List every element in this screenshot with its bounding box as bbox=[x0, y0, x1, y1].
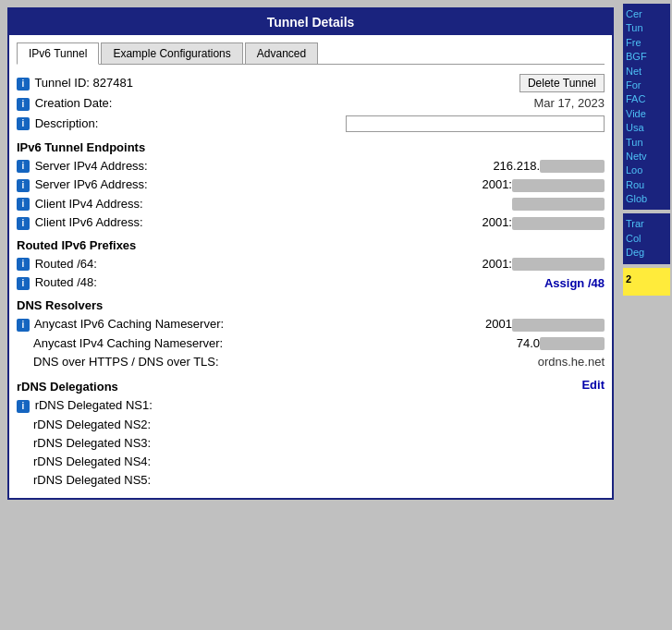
info-icon-creation-date: i bbox=[17, 98, 30, 111]
info-icon-description: i bbox=[17, 117, 30, 130]
anycast-ipv6-label: i Anycast IPv6 Caching Nameserver: bbox=[17, 317, 224, 332]
anycast-ipv4-row: Anycast IPv4 Caching Nameserver: 74.0 bbox=[17, 335, 605, 352]
sidebar-yellow-text: 2 bbox=[626, 273, 631, 285]
tunnel-id-row: i Tunnel ID: 827481 Delete Tunnel bbox=[17, 74, 605, 92]
info-icon-client-ipv6: i bbox=[17, 217, 30, 230]
delete-tunnel-button[interactable]: Delete Tunnel bbox=[519, 74, 605, 92]
anycast-ipv6-value: 2001 bbox=[224, 317, 605, 332]
info-icon-rdns-ns1: i bbox=[17, 400, 30, 413]
rdns-ns2-row: rDNS Delegated NS2: bbox=[17, 417, 605, 432]
tab-advanced[interactable]: Advanced bbox=[245, 42, 318, 64]
routed48-row: i Routed /48: Assign /48 bbox=[17, 274, 605, 291]
anycast-ipv4-value: 74.0 bbox=[223, 336, 605, 351]
info-icon-anycast-ipv6: i bbox=[17, 319, 30, 332]
description-value bbox=[183, 115, 605, 132]
sidebar-link-usa[interactable]: Usa bbox=[626, 121, 667, 135]
panel-title: Tunnel Details bbox=[9, 9, 612, 35]
sidebar-link-for[interactable]: For bbox=[626, 79, 667, 92]
routed-section-title: Routed IPv6 Prefixes bbox=[17, 238, 605, 252]
rdns-edit-link[interactable]: Edit bbox=[581, 378, 605, 392]
sidebar-link-tun[interactable]: Tun bbox=[626, 21, 667, 35]
sidebar-mid-box: Trar Col Deg bbox=[623, 213, 670, 263]
routed64-blurred bbox=[512, 258, 605, 271]
server-ipv4-label: i Server IPv4 Address: bbox=[17, 159, 183, 174]
client-ipv4-label: i Client IPv4 Address: bbox=[17, 197, 183, 212]
server-ipv4-blurred bbox=[540, 160, 605, 173]
tab-bar: IPv6 Tunnel Example Configurations Advan… bbox=[17, 42, 605, 65]
tab-ipv6-tunnel[interactable]: IPv6 Tunnel bbox=[17, 42, 99, 65]
info-icon-client-ipv4: i bbox=[17, 198, 30, 211]
rdns-ns1-row: i rDNS Delegated NS1: bbox=[17, 397, 605, 414]
sidebar-link-fre[interactable]: Fre bbox=[626, 36, 667, 50]
info-icon-server-ipv6: i bbox=[17, 179, 30, 192]
tunnel-panel: Tunnel Details IPv6 Tunnel Example Confi… bbox=[7, 7, 614, 500]
anycast-ipv6-row: i Anycast IPv6 Caching Nameserver: 2001 bbox=[17, 316, 605, 333]
creation-date-row: i Creation Date: Mar 17, 2023 bbox=[17, 95, 605, 112]
client-ipv6-value: 2001: bbox=[183, 215, 605, 230]
description-input[interactable] bbox=[346, 115, 605, 132]
tunnel-id-label: Tunnel ID: 827481 bbox=[34, 76, 132, 90]
doh-value: ordns.he.net bbox=[219, 355, 605, 369]
sidebar-link-trar[interactable]: Trar bbox=[626, 217, 667, 231]
anycast-ipv4-blurred bbox=[540, 337, 605, 350]
info-icon-server-ipv4: i bbox=[17, 160, 30, 173]
sidebar-link-vide[interactable]: Vide bbox=[626, 107, 667, 121]
sidebar-link-loo[interactable]: Loo bbox=[626, 164, 667, 177]
endpoints-section-title: IPv6 Tunnel Endpoints bbox=[17, 140, 605, 154]
rdns-ns2-label: rDNS Delegated NS2: bbox=[33, 418, 200, 431]
rdns-header-row: rDNS Delegations Edit bbox=[17, 372, 605, 397]
anycast-ipv4-label: Anycast IPv4 Caching Nameserver: bbox=[33, 336, 223, 350]
sidebar-link-rou[interactable]: Rou bbox=[626, 178, 667, 192]
client-ipv6-row: i Client IPv6 Address: 2001: bbox=[17, 214, 605, 231]
sidebar-link-deg[interactable]: Deg bbox=[626, 246, 667, 260]
creation-date-label: i Creation Date: bbox=[17, 96, 183, 111]
routed64-row: i Routed /64: 2001: bbox=[17, 256, 605, 273]
tab-example-configurations[interactable]: Example Configurations bbox=[101, 42, 242, 64]
sidebar-bottom-box: 2 bbox=[623, 268, 670, 296]
sidebar-link-fac[interactable]: FAC bbox=[626, 92, 667, 106]
client-ipv4-blurred bbox=[512, 198, 605, 211]
client-ipv6-label: i Client IPv6 Address: bbox=[17, 215, 183, 230]
rdns-ns5-label: rDNS Delegated NS5: bbox=[33, 473, 200, 487]
anycast-ipv6-blurred bbox=[512, 319, 605, 332]
right-sidebar: Cer Tun Fre BGF Net For FAC Vide Usa Tun… bbox=[621, 0, 672, 630]
dns-section-title: DNS Resolvers bbox=[17, 298, 605, 312]
tunnel-id: i Tunnel ID: 827481 bbox=[17, 76, 133, 91]
client-ipv4-value bbox=[183, 197, 605, 212]
server-ipv6-value: 2001: bbox=[183, 177, 605, 192]
server-ipv4-value: 216.218. bbox=[183, 159, 605, 174]
rdns-ns3-row: rDNS Delegated NS3: bbox=[17, 435, 605, 451]
rdns-ns4-row: rDNS Delegated NS4: bbox=[17, 454, 605, 469]
info-icon-tunnel-id: i bbox=[17, 78, 30, 91]
sidebar-link-col[interactable]: Col bbox=[626, 232, 667, 246]
doh-label: DNS over HTTPS / DNS over TLS: bbox=[33, 355, 219, 369]
rdns-section-title: rDNS Delegations bbox=[17, 380, 118, 394]
sidebar-link-netv[interactable]: Netv bbox=[626, 150, 667, 164]
rdns-ns3-label: rDNS Delegated NS3: bbox=[33, 436, 200, 450]
client-ipv6-blurred bbox=[512, 217, 605, 230]
rdns-ns5-row: rDNS Delegated NS5: bbox=[17, 472, 605, 488]
assign-48-link[interactable]: Assign /48 bbox=[544, 276, 605, 290]
rdns-ns1-label: i rDNS Delegated NS1: bbox=[17, 398, 183, 413]
sidebar-link-bgf[interactable]: BGF bbox=[626, 50, 667, 64]
server-ipv6-blurred bbox=[512, 179, 605, 192]
description-label: i Description: bbox=[17, 116, 183, 131]
sidebar-link-cer[interactable]: Cer bbox=[626, 7, 667, 21]
sidebar-link-glob[interactable]: Glob bbox=[626, 192, 667, 206]
routed64-value: 2001: bbox=[183, 257, 605, 272]
server-ipv4-row: i Server IPv4 Address: 216.218. bbox=[17, 158, 605, 175]
sidebar-link-net[interactable]: Net bbox=[626, 65, 667, 79]
routed48-label: i Routed /48: bbox=[17, 275, 183, 290]
routed48-value: Assign /48 bbox=[183, 276, 605, 290]
rdns-ns4-label: rDNS Delegated NS4: bbox=[33, 454, 200, 468]
description-row: i Description: bbox=[17, 115, 605, 133]
sidebar-top-box: Cer Tun Fre BGF Net For FAC Vide Usa Tun… bbox=[623, 4, 670, 210]
routed64-label: i Routed /64: bbox=[17, 257, 183, 272]
info-icon-routed64: i bbox=[17, 258, 30, 271]
info-icon-routed48: i bbox=[17, 277, 30, 290]
doh-row: DNS over HTTPS / DNS over TLS: ordns.he.… bbox=[17, 354, 605, 370]
creation-date-value: Mar 17, 2023 bbox=[183, 96, 605, 110]
client-ipv4-row: i Client IPv4 Address: bbox=[17, 196, 605, 212]
sidebar-link-tun2[interactable]: Tun bbox=[626, 136, 667, 150]
server-ipv6-row: i Server IPv6 Address: 2001: bbox=[17, 176, 605, 193]
